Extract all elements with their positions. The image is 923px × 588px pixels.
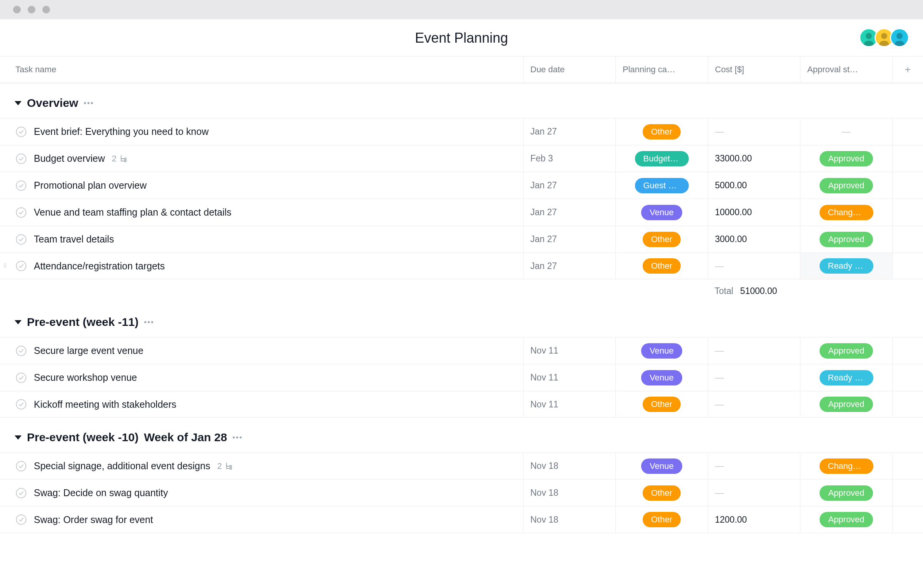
task-row[interactable]: ⠿ Promotional plan overview Jan 27 Guest… xyxy=(0,172,923,199)
due-date-cell[interactable]: Jan 27 xyxy=(523,118,615,145)
pill-approved[interactable]: Approved xyxy=(820,485,873,501)
complete-check-icon[interactable] xyxy=(15,460,27,472)
complete-check-icon[interactable] xyxy=(15,126,27,138)
pill-changes[interactable]: Changes… xyxy=(820,458,873,474)
due-date-cell[interactable]: Jan 27 xyxy=(523,253,615,279)
pill-approved[interactable]: Approved xyxy=(820,512,873,527)
due-date-cell[interactable]: Nov 18 xyxy=(523,453,615,479)
category-cell[interactable]: Other xyxy=(615,507,708,533)
column-approval-status[interactable]: Approval st… xyxy=(800,56,892,83)
drag-handle-icon[interactable]: ⠿ xyxy=(3,263,7,269)
pill-venue[interactable]: Venue xyxy=(641,458,682,474)
category-cell[interactable]: Other xyxy=(615,118,708,145)
complete-check-icon[interactable] xyxy=(15,153,27,164)
complete-check-icon[interactable] xyxy=(15,487,27,499)
task-name-cell[interactable]: Venue and team staffing plan & contact d… xyxy=(0,199,523,226)
pill-other[interactable]: Other xyxy=(643,485,681,501)
pill-guestm[interactable]: Guest m… xyxy=(635,178,689,193)
section-collapse-icon[interactable] xyxy=(15,435,22,440)
category-cell[interactable]: Other xyxy=(615,480,708,506)
task-row[interactable]: ⠿ Kickoff meeting with stakeholders Nov … xyxy=(0,391,923,418)
status-cell[interactable]: Approved xyxy=(800,172,892,199)
task-name-cell[interactable]: Team travel details xyxy=(0,226,523,252)
status-cell[interactable]: Changes… xyxy=(800,453,892,479)
cost-cell[interactable]: 1200.00 xyxy=(708,507,800,533)
task-row[interactable]: ⠿ Venue and team staffing plan & contact… xyxy=(0,199,923,226)
pill-venue[interactable]: Venue xyxy=(641,205,682,220)
window-minimize-icon[interactable] xyxy=(28,6,35,13)
due-date-cell[interactable]: Nov 11 xyxy=(523,364,615,391)
section-menu-icon[interactable]: ••• xyxy=(232,433,243,442)
pill-other[interactable]: Other xyxy=(643,258,681,274)
category-cell[interactable]: Other xyxy=(615,226,708,252)
pill-other[interactable]: Other xyxy=(643,124,681,140)
cost-cell[interactable]: — xyxy=(708,253,800,279)
pill-approved[interactable]: Approved xyxy=(820,232,873,247)
pill-readyfo[interactable]: Ready fo… xyxy=(820,258,873,274)
pill-approved[interactable]: Approved xyxy=(820,343,873,359)
category-cell[interactable]: Other xyxy=(615,253,708,279)
pill-venue[interactable]: Venue xyxy=(641,343,682,359)
task-row[interactable]: ⠿ Secure large event venue Nov 11 Venue … xyxy=(0,337,923,364)
task-name-cell[interactable]: Swag: Decide on swag quantity xyxy=(0,480,523,506)
complete-check-icon[interactable] xyxy=(15,180,27,191)
complete-check-icon[interactable] xyxy=(15,234,27,245)
category-cell[interactable]: Venue xyxy=(615,364,708,391)
cost-cell[interactable]: 3000.00 xyxy=(708,226,800,252)
task-name-cell[interactable]: Kickoff meeting with stakeholders xyxy=(0,391,523,417)
pill-approved[interactable]: Approved xyxy=(820,151,873,166)
task-row[interactable]: ⠿ Attendance/registration targets Jan 27… xyxy=(0,252,923,279)
category-cell[interactable]: Venue xyxy=(615,453,708,479)
window-maximize-icon[interactable] xyxy=(42,6,50,13)
cost-cell[interactable]: — xyxy=(708,391,800,417)
section-collapse-icon[interactable] xyxy=(15,101,22,105)
task-name-cell[interactable]: Secure large event venue xyxy=(0,337,523,364)
pill-approved[interactable]: Approved xyxy=(820,178,873,193)
section-header[interactable]: Pre-event (week -11) ••• xyxy=(0,302,923,337)
due-date-cell[interactable]: Nov 11 xyxy=(523,391,615,417)
task-row[interactable]: ⠿ Swag: Order swag for event Nov 18 Othe… xyxy=(0,506,923,533)
pill-venue[interactable]: Venue xyxy=(641,370,682,385)
complete-check-icon[interactable] xyxy=(15,260,27,272)
cost-cell[interactable]: — xyxy=(708,337,800,364)
status-cell[interactable]: Approved xyxy=(800,337,892,364)
column-cost[interactable]: Cost [$] xyxy=(708,56,800,83)
status-cell[interactable]: — xyxy=(800,118,892,145)
task-row[interactable]: ⠿ Secure workshop venue Nov 11 Venue — R… xyxy=(0,364,923,391)
complete-check-icon[interactable] xyxy=(15,207,27,218)
section-header[interactable]: Overview ••• xyxy=(0,83,923,118)
section-collapse-icon[interactable] xyxy=(15,320,22,324)
avatar-stack[interactable] xyxy=(863,28,909,47)
pill-other[interactable]: Other xyxy=(643,232,681,247)
task-name-cell[interactable]: Swag: Order swag for event xyxy=(0,507,523,533)
window-close-icon[interactable] xyxy=(13,6,21,13)
task-name-cell[interactable]: Budget overview 2 xyxy=(0,145,523,172)
cost-cell[interactable]: — xyxy=(708,118,800,145)
complete-check-icon[interactable] xyxy=(15,345,27,357)
cost-cell[interactable]: — xyxy=(708,480,800,506)
column-planning-category[interactable]: Planning ca… xyxy=(615,56,708,83)
cost-cell[interactable]: — xyxy=(708,453,800,479)
task-row[interactable]: ⠿ Swag: Decide on swag quantity Nov 18 O… xyxy=(0,479,923,506)
due-date-cell[interactable]: Nov 18 xyxy=(523,480,615,506)
pill-approved[interactable]: Approved xyxy=(820,397,873,412)
due-date-cell[interactable]: Nov 18 xyxy=(523,507,615,533)
pill-other[interactable]: Other xyxy=(643,512,681,527)
status-cell[interactable]: Changes… xyxy=(800,199,892,226)
complete-check-icon[interactable] xyxy=(15,514,27,525)
task-name-cell[interactable]: Event brief: Everything you need to know xyxy=(0,118,523,145)
column-task-name[interactable]: Task name xyxy=(0,65,523,75)
cost-cell[interactable]: 10000.00 xyxy=(708,199,800,226)
category-cell[interactable]: Guest m… xyxy=(615,172,708,199)
category-cell[interactable]: Other xyxy=(615,391,708,417)
due-date-cell[interactable]: Jan 27 xyxy=(523,226,615,252)
task-name-cell[interactable]: Attendance/registration targets xyxy=(0,253,523,279)
complete-check-icon[interactable] xyxy=(15,372,27,384)
task-name-cell[interactable]: Promotional plan overview xyxy=(0,172,523,199)
section-header[interactable]: Pre-event (week -10)Week of Jan 28 ••• xyxy=(0,418,923,452)
category-cell[interactable]: Venue xyxy=(615,199,708,226)
pill-changes[interactable]: Changes… xyxy=(820,205,873,220)
status-cell[interactable]: Approved xyxy=(800,391,892,417)
task-row[interactable]: ⠿ Special signage, additional event desi… xyxy=(0,452,923,479)
complete-check-icon[interactable] xyxy=(15,399,27,410)
